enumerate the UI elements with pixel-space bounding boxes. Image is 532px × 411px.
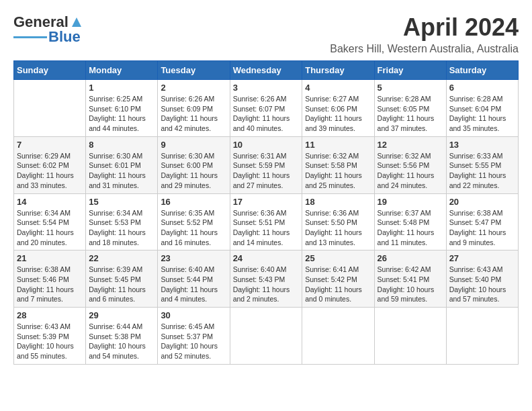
- day-cell: [230, 308, 302, 365]
- calendar-body: 1Sunrise: 6:25 AMSunset: 6:10 PMDaylight…: [14, 80, 519, 365]
- day-cell: 8Sunrise: 6:30 AMSunset: 6:01 PMDaylight…: [86, 136, 158, 193]
- day-info: Sunrise: 6:26 AMSunset: 6:09 PMDaylight:…: [161, 94, 226, 134]
- day-info: Sunrise: 6:28 AMSunset: 6:05 PMDaylight:…: [378, 94, 443, 134]
- day-number: 23: [161, 253, 226, 263]
- day-cell: 21Sunrise: 6:38 AMSunset: 5:46 PMDayligh…: [14, 250, 86, 308]
- day-number: 26: [378, 253, 443, 263]
- day-cell: 28Sunrise: 6:43 AMSunset: 5:39 PMDayligh…: [14, 308, 86, 365]
- page-header: General Blue April 2024 Bakers Hill, Wes…: [13, 13, 519, 55]
- day-info: Sunrise: 6:41 AMSunset: 5:42 PMDaylight:…: [305, 265, 371, 304]
- day-info: Sunrise: 6:30 AMSunset: 6:01 PMDaylight:…: [89, 151, 154, 191]
- day-number: 8: [89, 140, 154, 150]
- day-cell: 4Sunrise: 6:27 AMSunset: 6:06 PMDaylight…: [302, 80, 374, 137]
- day-number: 12: [378, 140, 443, 150]
- day-number: 20: [449, 197, 515, 207]
- day-cell: 14Sunrise: 6:34 AMSunset: 5:54 PMDayligh…: [14, 193, 86, 250]
- day-number: 14: [17, 197, 83, 207]
- day-cell: 12Sunrise: 6:32 AMSunset: 5:56 PMDayligh…: [374, 136, 446, 193]
- day-info: Sunrise: 6:26 AMSunset: 6:07 PMDaylight:…: [233, 94, 300, 134]
- day-cell: [374, 308, 446, 365]
- day-number: 2: [161, 83, 226, 93]
- day-number: 3: [233, 83, 300, 93]
- day-info: Sunrise: 6:31 AMSunset: 5:59 PMDaylight:…: [233, 151, 300, 191]
- day-info: Sunrise: 6:34 AMSunset: 5:53 PMDaylight:…: [89, 208, 154, 248]
- day-cell: 20Sunrise: 6:38 AMSunset: 5:47 PMDayligh…: [446, 193, 518, 250]
- header-cell-wednesday: Wednesday: [230, 61, 302, 80]
- day-cell: 26Sunrise: 6:42 AMSunset: 5:41 PMDayligh…: [374, 250, 446, 308]
- day-cell: 17Sunrise: 6:36 AMSunset: 5:51 PMDayligh…: [230, 193, 302, 250]
- day-cell: 15Sunrise: 6:34 AMSunset: 5:53 PMDayligh…: [86, 193, 158, 250]
- day-number: 19: [378, 197, 443, 207]
- day-info: Sunrise: 6:36 AMSunset: 5:51 PMDaylight:…: [233, 208, 300, 248]
- title-section: April 2024 Bakers Hill, Western Australi…: [330, 13, 519, 55]
- day-info: Sunrise: 6:38 AMSunset: 5:46 PMDaylight:…: [17, 265, 83, 304]
- day-cell: 24Sunrise: 6:40 AMSunset: 5:43 PMDayligh…: [230, 250, 302, 308]
- day-number: 6: [449, 83, 515, 93]
- day-number: 4: [305, 83, 371, 93]
- day-info: Sunrise: 6:43 AMSunset: 5:40 PMDaylight:…: [449, 265, 515, 304]
- day-cell: 10Sunrise: 6:31 AMSunset: 5:59 PMDayligh…: [230, 136, 302, 193]
- day-cell: [446, 308, 518, 365]
- day-cell: 9Sunrise: 6:30 AMSunset: 6:00 PMDaylight…: [158, 136, 230, 193]
- day-cell: 3Sunrise: 6:26 AMSunset: 6:07 PMDaylight…: [230, 80, 302, 137]
- calendar-table: SundayMondayTuesdayWednesdayThursdayFrid…: [13, 60, 519, 365]
- header-cell-friday: Friday: [374, 61, 446, 80]
- day-info: Sunrise: 6:38 AMSunset: 5:47 PMDaylight:…: [449, 208, 515, 248]
- day-info: Sunrise: 6:34 AMSunset: 5:54 PMDaylight:…: [17, 208, 83, 248]
- day-info: Sunrise: 6:25 AMSunset: 6:10 PMDaylight:…: [89, 94, 154, 134]
- day-number: 18: [305, 197, 371, 207]
- day-cell: 16Sunrise: 6:35 AMSunset: 5:52 PMDayligh…: [158, 193, 230, 250]
- day-number: 1: [89, 83, 154, 93]
- main-title: April 2024: [330, 13, 519, 42]
- day-info: Sunrise: 6:39 AMSunset: 5:45 PMDaylight:…: [89, 265, 154, 304]
- day-number: 29: [89, 310, 154, 320]
- day-number: 24: [233, 253, 300, 263]
- day-number: 25: [305, 253, 371, 263]
- day-info: Sunrise: 6:29 AMSunset: 6:02 PMDaylight:…: [17, 151, 83, 191]
- day-number: 11: [305, 140, 371, 150]
- day-info: Sunrise: 6:32 AMSunset: 5:58 PMDaylight:…: [305, 151, 371, 191]
- header-cell-thursday: Thursday: [302, 61, 374, 80]
- day-number: 15: [89, 197, 154, 207]
- day-cell: 27Sunrise: 6:43 AMSunset: 5:40 PMDayligh…: [446, 250, 518, 308]
- logo: General Blue: [13, 13, 84, 46]
- day-cell: 22Sunrise: 6:39 AMSunset: 5:45 PMDayligh…: [86, 250, 158, 308]
- day-number: 10: [233, 140, 300, 150]
- day-number: 16: [161, 197, 226, 207]
- day-cell: 25Sunrise: 6:41 AMSunset: 5:42 PMDayligh…: [302, 250, 374, 308]
- day-info: Sunrise: 6:28 AMSunset: 6:04 PMDaylight:…: [449, 94, 515, 134]
- day-info: Sunrise: 6:37 AMSunset: 5:48 PMDaylight:…: [378, 208, 443, 248]
- day-info: Sunrise: 6:36 AMSunset: 5:50 PMDaylight:…: [305, 208, 371, 248]
- day-info: Sunrise: 6:42 AMSunset: 5:41 PMDaylight:…: [378, 265, 443, 304]
- day-number: 30: [161, 310, 226, 320]
- day-number: 7: [17, 140, 83, 150]
- day-cell: 6Sunrise: 6:28 AMSunset: 6:04 PMDaylight…: [446, 80, 518, 137]
- svg-marker-0: [72, 17, 81, 27]
- day-number: 17: [233, 197, 300, 207]
- day-info: Sunrise: 6:35 AMSunset: 5:52 PMDaylight:…: [161, 208, 226, 248]
- day-number: 28: [17, 310, 83, 320]
- day-cell: 5Sunrise: 6:28 AMSunset: 6:05 PMDaylight…: [374, 80, 446, 137]
- day-info: Sunrise: 6:33 AMSunset: 5:55 PMDaylight:…: [449, 151, 515, 191]
- day-cell: 29Sunrise: 6:44 AMSunset: 5:38 PMDayligh…: [86, 308, 158, 365]
- subtitle: Bakers Hill, Western Australia, Australi…: [330, 43, 519, 55]
- day-cell: 19Sunrise: 6:37 AMSunset: 5:48 PMDayligh…: [374, 193, 446, 250]
- week-row-2: 7Sunrise: 6:29 AMSunset: 6:02 PMDaylight…: [14, 136, 519, 193]
- logo-icon: [69, 15, 84, 30]
- day-number: 13: [449, 140, 515, 150]
- day-info: Sunrise: 6:32 AMSunset: 5:56 PMDaylight:…: [378, 151, 443, 191]
- header-cell-sunday: Sunday: [14, 61, 86, 80]
- day-cell: [14, 80, 86, 137]
- week-row-1: 1Sunrise: 6:25 AMSunset: 6:10 PMDaylight…: [14, 80, 519, 137]
- day-cell: 18Sunrise: 6:36 AMSunset: 5:50 PMDayligh…: [302, 193, 374, 250]
- day-info: Sunrise: 6:40 AMSunset: 5:43 PMDaylight:…: [233, 265, 300, 304]
- day-cell: 7Sunrise: 6:29 AMSunset: 6:02 PMDaylight…: [14, 136, 86, 193]
- day-cell: 30Sunrise: 6:45 AMSunset: 5:37 PMDayligh…: [158, 308, 230, 365]
- header-row: SundayMondayTuesdayWednesdayThursdayFrid…: [14, 61, 519, 80]
- day-info: Sunrise: 6:40 AMSunset: 5:44 PMDaylight:…: [161, 265, 226, 304]
- day-number: 9: [161, 140, 226, 150]
- week-row-5: 28Sunrise: 6:43 AMSunset: 5:39 PMDayligh…: [14, 308, 519, 365]
- logo-blue: Blue: [48, 28, 81, 46]
- day-info: Sunrise: 6:43 AMSunset: 5:39 PMDaylight:…: [17, 322, 83, 361]
- day-number: 22: [89, 253, 154, 263]
